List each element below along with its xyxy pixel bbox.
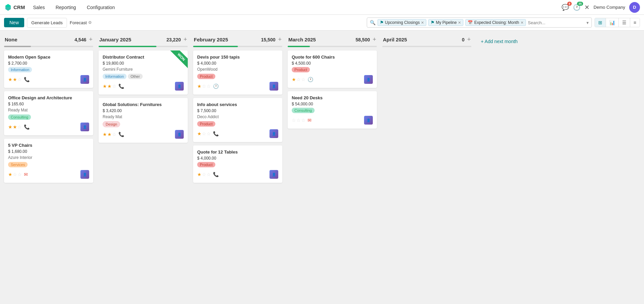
star-filled: ★: [8, 124, 12, 130]
filter-expected-remove[interactable]: ✕: [521, 21, 524, 25]
star-rating[interactable]: ★☆☆: [197, 131, 211, 136]
forecast-gear-icon[interactable]: ⚙: [88, 20, 92, 25]
column-add-button[interactable]: +: [372, 36, 376, 43]
nav-crm-label: CRM: [13, 4, 25, 10]
star-rating[interactable]: ★★☆: [103, 132, 116, 137]
kanban-card[interactable]: Quote for 600 Chairs $ 4,500.00 Product …: [288, 50, 377, 88]
search-input[interactable]: [528, 20, 584, 25]
filter-upcoming[interactable]: ⚑ Upcoming Closings ✕: [378, 19, 426, 26]
nav-sales[interactable]: Sales: [30, 3, 47, 11]
filter-pipeline[interactable]: ⚑ My Pipeline ✕: [428, 19, 463, 26]
card-tag[interactable]: Design: [103, 121, 120, 127]
card-tag[interactable]: Other: [128, 74, 143, 79]
email-icon[interactable]: ✉: [24, 172, 28, 177]
star-rating[interactable]: ★☆☆: [8, 172, 22, 177]
card-footer: ★★☆ 📞 👤: [103, 82, 184, 91]
card-footer: ★☆☆ ✉ 👤: [8, 170, 89, 179]
column-cards: Quote for 600 Chairs $ 4,500.00 Product …: [288, 50, 377, 129]
column-add-button[interactable]: +: [278, 36, 282, 43]
card-footer: ★☆☆ 📞 👤: [197, 170, 278, 179]
card-tags: Product: [197, 121, 278, 127]
settings-icon-nav[interactable]: ✕: [584, 4, 589, 11]
card-avatar: 👤: [80, 170, 89, 179]
card-tag[interactable]: Consulting: [8, 114, 31, 120]
filter-upcoming-remove[interactable]: ✕: [421, 21, 424, 25]
view-chart-button[interactable]: 📊: [606, 18, 619, 27]
star-rating[interactable]: ★☆☆: [197, 83, 211, 89]
filter-expected[interactable]: 📅 Expected Closing: Month ✕: [465, 19, 526, 26]
star-rating[interactable]: ★★☆: [8, 77, 22, 82]
kanban-card[interactable]: Global Solutions: Furnitures $ 3,420.00 …: [99, 98, 188, 143]
phone-icon[interactable]: 📞: [118, 132, 124, 137]
forecast-button[interactable]: Forecast ⚙: [70, 20, 92, 25]
kanban-card[interactable]: Info about services $ 7,500.00 Deco Addi…: [193, 98, 282, 142]
kanban-card[interactable]: Office Design and Architecture $ 165.60 …: [4, 91, 93, 135]
column-add-button[interactable]: +: [467, 36, 471, 43]
card-tag[interactable]: Product: [197, 74, 215, 79]
kanban-card[interactable]: Modern Open Space $ 2,700.00 Information…: [4, 50, 93, 88]
view-list-button[interactable]: ☰: [619, 18, 630, 27]
phone-icon[interactable]: 📞: [213, 131, 219, 136]
star-rating[interactable]: ★★☆: [103, 83, 116, 89]
activity-badge: 35: [577, 2, 583, 6]
kanban-card[interactable]: Need 20 Desks $ 54,000.00 Consulting ☆☆☆…: [288, 91, 377, 129]
activity-button[interactable]: 🕐 35: [573, 4, 580, 11]
card-tags: InformationOther: [103, 74, 184, 79]
clock-icon[interactable]: 🕐: [308, 77, 313, 82]
notifications-button[interactable]: 💬 8: [562, 4, 569, 11]
add-next-month-button[interactable]: + Add next month: [477, 36, 522, 47]
kanban-card[interactable]: 5 VP Chairs $ 1,680.00 Azure Interior Se…: [4, 139, 93, 183]
card-avatar: 👤: [270, 82, 278, 91]
email-icon[interactable]: ✉: [308, 117, 312, 123]
star-rating[interactable]: ★☆☆: [197, 172, 211, 177]
footer-icons: 📞: [118, 83, 124, 89]
card-tag[interactable]: Consulting: [292, 108, 315, 113]
phone-icon[interactable]: 📞: [24, 124, 30, 130]
new-button[interactable]: New: [4, 18, 24, 27]
star-rating[interactable]: ★☆☆: [292, 77, 306, 82]
column-add-button[interactable]: +: [183, 36, 187, 43]
card-tag[interactable]: Product: [197, 121, 215, 127]
card-amount: $ 4,000.00: [197, 61, 278, 66]
card-tag[interactable]: Information: [8, 67, 32, 72]
star-rating[interactable]: ☆☆☆: [292, 117, 306, 123]
card-tag[interactable]: Services: [8, 162, 28, 167]
generate-leads-button[interactable]: Generate Leads: [27, 18, 67, 28]
card-amount: $ 7,500.00: [197, 108, 278, 113]
card-title: Quote for 600 Chairs: [292, 55, 373, 60]
phone-icon[interactable]: 📞: [24, 77, 30, 82]
kanban-card[interactable]: WON Distributor Contract $ 19,800.00 Gem…: [99, 50, 188, 95]
card-tags: Design: [103, 121, 184, 127]
filter-pipeline-remove[interactable]: ✕: [458, 21, 461, 25]
card-footer: ★☆☆ 🕐 👤: [197, 82, 278, 91]
star-rating[interactable]: ★★☆: [8, 124, 22, 130]
company-name[interactable]: Demo Company: [594, 5, 625, 10]
card-title: Quote for 12 Tables: [197, 149, 278, 155]
star-filled: ★: [197, 172, 202, 177]
card-tag[interactable]: Information: [103, 74, 127, 79]
kanban-card[interactable]: Devis pour 150 tapis $ 4,000.00 OpenWood…: [193, 50, 282, 95]
star-empty: ☆: [112, 132, 116, 137]
card-tag[interactable]: Product: [197, 162, 215, 167]
logo[interactable]: CRM: [4, 3, 25, 11]
user-avatar[interactable]: D: [629, 2, 640, 13]
view-table-button[interactable]: ≡: [630, 18, 640, 27]
card-amount: $ 4,500.00: [292, 61, 373, 66]
kanban-card[interactable]: Quote for 12 Tables $ 4,000.00 Product ★…: [193, 145, 282, 183]
card-tags: Product: [197, 74, 278, 79]
nav-configuration[interactable]: Configuration: [84, 3, 117, 11]
column-title: February 2025: [194, 37, 228, 42]
phone-icon[interactable]: 📞: [118, 83, 124, 89]
card-footer: ★★☆ 📞 👤: [8, 75, 89, 84]
card-avatar: 👤: [270, 170, 278, 179]
clock-icon[interactable]: 🕐: [213, 83, 219, 89]
column-add-button[interactable]: +: [89, 36, 93, 43]
column-total: 0: [462, 37, 465, 42]
search-dropdown-arrow[interactable]: ▾: [586, 20, 589, 25]
nav-reporting[interactable]: Reporting: [53, 3, 79, 11]
view-kanban-button[interactable]: ⊞: [595, 18, 606, 27]
card-tag[interactable]: Product: [292, 67, 310, 72]
star-filled: ★: [8, 172, 12, 177]
phone-icon[interactable]: 📞: [213, 172, 219, 177]
filter-expected-label: Expected Closing: Month: [474, 20, 519, 25]
